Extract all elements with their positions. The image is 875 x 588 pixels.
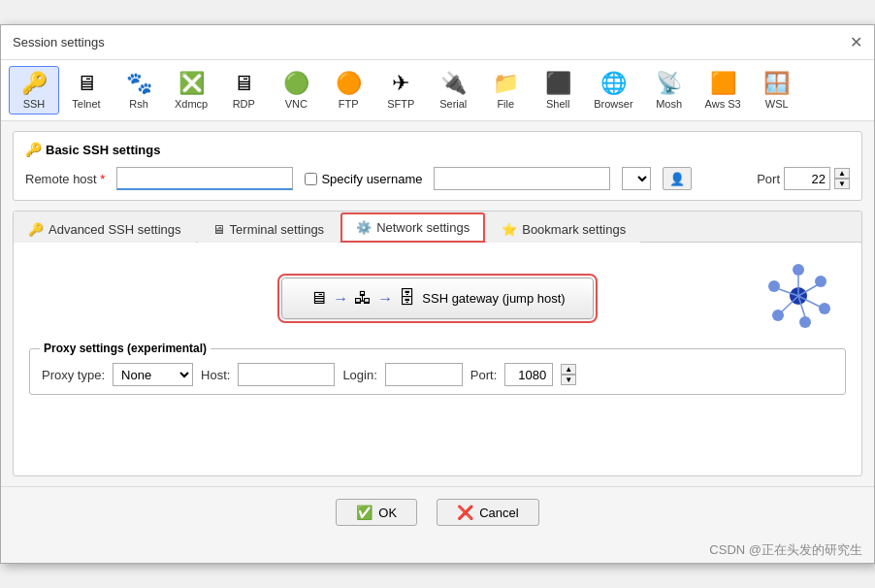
proxy-port-label: Port:: [470, 368, 497, 382]
ssh-button[interactable]: 🔑 SSH: [9, 66, 59, 114]
xdmcp-label: Xdmcp: [175, 98, 208, 110]
file-button[interactable]: 📁 File: [480, 66, 531, 114]
basic-ssh-icon: 🔑: [25, 142, 42, 157]
vnc-label: VNC: [285, 98, 308, 110]
ok-icon: ✅: [356, 505, 373, 520]
tab-terminal[interactable]: 🖥 Terminal settings: [198, 215, 340, 243]
port-decrement-button[interactable]: ▼: [834, 179, 850, 189]
browser-label: Browser: [594, 98, 632, 110]
serial-label: Serial: [439, 98, 467, 110]
xdmcp-button[interactable]: ❎ Xdmcp: [166, 66, 216, 114]
sftp-button[interactable]: ✈ SFTP: [375, 66, 426, 114]
rsh-label: Rsh: [129, 98, 148, 110]
close-button[interactable]: ✕: [850, 33, 862, 51]
xdmcp-icon: ❎: [178, 71, 205, 96]
svg-point-6: [768, 280, 780, 292]
remote-host-input[interactable]: [116, 167, 293, 190]
network-decoration: [764, 262, 832, 333]
shell-label: Shell: [546, 98, 569, 110]
ftp-icon: 🟠: [336, 71, 362, 96]
session-type-toolbar: 🔑 SSH 🖥 Telnet 🐾 Rsh ❎ Xdmcp 🖥 RDP 🟢 VNC…: [1, 60, 874, 121]
proxy-row: Proxy type: None HTTP SOCKS4 SOCKS5 Host…: [42, 363, 833, 386]
proxy-port-spinner: ▲ ▼: [561, 364, 576, 385]
rsh-button[interactable]: 🐾 Rsh: [113, 66, 164, 114]
dialog-title: Session settings: [13, 35, 105, 49]
file-icon: 📁: [493, 71, 519, 96]
shell-button[interactable]: ⬛ Shell: [533, 66, 583, 114]
aws-s3-label: Aws S3: [705, 98, 741, 110]
rdp-button[interactable]: 🖥 RDP: [218, 66, 269, 114]
basic-ssh-title: 🔑 Basic SSH settings: [25, 142, 850, 157]
basic-ssh-label: Basic SSH settings: [46, 143, 161, 157]
svg-point-4: [799, 316, 811, 328]
specify-username-checkbox-label[interactable]: Specify username: [305, 172, 422, 186]
svg-point-1: [793, 264, 804, 276]
vnc-button[interactable]: 🟢 VNC: [271, 66, 321, 114]
wsl-button[interactable]: 🪟 WSL: [752, 66, 802, 114]
tab-network[interactable]: ⚙️ Network settings: [340, 212, 485, 243]
proxy-login-label: Login:: [342, 368, 376, 382]
ok-button[interactable]: ✅ OK: [336, 499, 417, 526]
cancel-button[interactable]: ❌ Cancel: [437, 499, 538, 526]
user-icon-button[interactable]: 👤: [663, 167, 692, 190]
port-input[interactable]: [784, 167, 830, 190]
serial-button[interactable]: 🔌 Serial: [428, 66, 478, 114]
monitor-icon: 🖥: [309, 288, 327, 309]
title-bar: Session settings ✕: [1, 25, 874, 60]
gateway-label: SSH gateway (jump host): [422, 291, 565, 306]
ok-label: OK: [378, 506, 397, 520]
network-dots-svg: [764, 262, 832, 330]
basic-ssh-section: 🔑 Basic SSH settings Remote host * Speci…: [13, 131, 862, 201]
network-icon: ⚙️: [356, 220, 372, 235]
tab-advanced-ssh-label: Advanced SSH settings: [49, 222, 181, 237]
telnet-button[interactable]: 🖥 Telnet: [61, 66, 112, 114]
ssh-gateway-button[interactable]: 🖥 → 🖧 → 🗄 SSH gateway (jump host): [281, 278, 593, 319]
aws-s3-button[interactable]: 🟧 Aws S3: [697, 66, 750, 114]
database-icon: 🗄: [399, 288, 416, 309]
ssh-label: SSH: [23, 98, 46, 110]
ftp-button[interactable]: 🟠 FTP: [323, 66, 373, 114]
proxy-host-input[interactable]: [238, 363, 335, 386]
mosh-button[interactable]: 📡 Mosh: [644, 66, 695, 114]
tab-network-label: Network settings: [376, 220, 470, 235]
tab-advanced-ssh[interactable]: 🔑 Advanced SSH settings: [14, 215, 196, 243]
sftp-label: SFTP: [387, 98, 414, 110]
arrow-icon-1: →: [333, 290, 348, 308]
specify-username-checkbox[interactable]: [305, 173, 317, 185]
cancel-label: Cancel: [479, 506, 518, 520]
tabs-header: 🔑 Advanced SSH settings 🖥 Terminal setti…: [14, 212, 861, 243]
proxy-port-input[interactable]: [504, 363, 553, 386]
gateway-area: 🖥 → 🖧 → 🗄 SSH gateway (jump host): [29, 278, 846, 319]
tab-bookmark-label: Bookmark settings: [522, 222, 626, 237]
advanced-ssh-icon: 🔑: [28, 222, 44, 237]
username-input[interactable]: [434, 167, 610, 190]
proxy-port-increment-button[interactable]: ▲: [561, 364, 576, 375]
proxy-type-select[interactable]: None HTTP SOCKS4 SOCKS5: [113, 363, 193, 386]
watermark-text: CSDN @正在头发的研究生: [709, 542, 862, 557]
mosh-icon: 📡: [656, 71, 682, 96]
remote-host-label: Remote host *: [25, 172, 105, 186]
wsl-icon: 🪟: [763, 71, 790, 96]
specify-username-label: Specify username: [321, 172, 422, 186]
basic-ssh-fields: Remote host * Specify username 👤 Port: [25, 167, 850, 190]
proxy-login-input[interactable]: [385, 363, 463, 386]
rdp-label: RDP: [233, 98, 255, 110]
port-increment-button[interactable]: ▲: [834, 168, 850, 179]
arrow-icon-2: →: [377, 290, 393, 308]
svg-point-3: [819, 303, 830, 314]
main-content: 🔑 Basic SSH settings Remote host * Speci…: [1, 121, 874, 486]
port-label: Port: [757, 172, 780, 186]
username-dropdown[interactable]: [622, 167, 651, 190]
tab-bookmark[interactable]: ⭐ Bookmark settings: [487, 215, 640, 243]
server-icon: 🖧: [354, 288, 372, 309]
terminal-icon: 🖥: [212, 222, 225, 237]
watermark: CSDN @正在头发的研究生: [1, 538, 874, 563]
aws-s3-icon: 🟧: [710, 71, 736, 96]
browser-button[interactable]: 🌐 Browser: [585, 66, 641, 114]
ssh-icon: 🔑: [21, 71, 48, 96]
proxy-port-decrement-button[interactable]: ▼: [561, 375, 576, 385]
wsl-label: WSL: [765, 98, 789, 110]
session-settings-dialog: Session settings ✕ 🔑 SSH 🖥 Telnet 🐾 Rsh …: [0, 24, 875, 564]
telnet-icon: 🖥: [76, 71, 97, 96]
dialog-footer: ✅ OK ❌ Cancel: [1, 486, 874, 538]
